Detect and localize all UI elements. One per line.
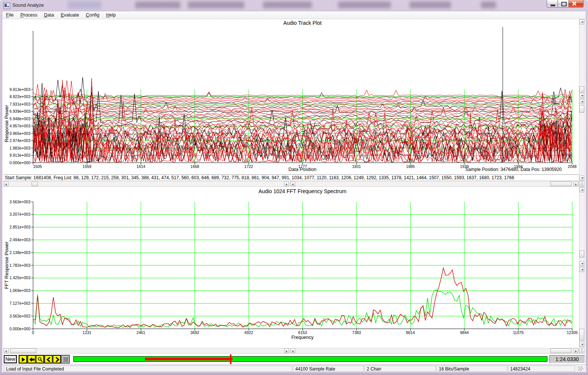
play-button[interactable] bbox=[19, 355, 27, 363]
next-button[interactable] bbox=[53, 355, 61, 363]
svg-text:6.939e+003: 6.939e+003 bbox=[9, 109, 30, 113]
background-bleed bbox=[263, 2, 312, 8]
scroll-right-icon bbox=[286, 350, 287, 352]
scroll-left-icon bbox=[292, 350, 293, 352]
resize-grip-icon[interactable] bbox=[578, 366, 583, 371]
background-bleed bbox=[68, 1, 101, 9]
svg-text:1.782e+003: 1.782e+003 bbox=[9, 263, 30, 268]
app-icon bbox=[3, 3, 10, 9]
menu-item-help[interactable]: Help bbox=[103, 12, 119, 18]
svg-text:4.957e+003: 4.957e+003 bbox=[9, 124, 30, 128]
status-field-1: 44100 Sample Rate bbox=[293, 366, 364, 372]
menu-item-evaluate[interactable]: Evaluate bbox=[58, 12, 82, 18]
scroll-up-icon bbox=[581, 101, 583, 102]
spectrum-vscrollbar-upper[interactable] bbox=[579, 187, 585, 266]
svg-text:9.913e+003: 9.913e+003 bbox=[9, 87, 30, 92]
track-status-text: Start Sample: 1681408, Freq List: 86, 12… bbox=[5, 175, 514, 180]
svg-text:2.138e+003: 2.138e+003 bbox=[9, 250, 30, 255]
svg-text:1668: 1668 bbox=[190, 164, 200, 169]
progress-cursor[interactable] bbox=[230, 354, 231, 364]
svg-text:12305: 12305 bbox=[567, 330, 577, 335]
svg-text:3.563e+002: 3.563e+002 bbox=[9, 314, 30, 318]
scrollbar-corner bbox=[579, 181, 582, 187]
scroll-right-icon bbox=[575, 183, 577, 186]
menu-item-process[interactable]: Process bbox=[17, 12, 40, 18]
background-bleed bbox=[410, 2, 451, 8]
svg-text:11075: 11075 bbox=[513, 330, 524, 335]
svg-text:0.000e+000: 0.000e+000 bbox=[9, 160, 30, 165]
status-field-4: 14823424 bbox=[508, 366, 575, 372]
progress-bar[interactable] bbox=[73, 356, 547, 362]
scroll-up-icon bbox=[581, 21, 583, 23]
spectrum-vscrollbar-lower[interactable] bbox=[579, 267, 585, 347]
title-bar[interactable]: Sound Analyze bbox=[0, 0, 588, 11]
rewind-button[interactable] bbox=[27, 355, 36, 363]
background-bleed bbox=[338, 2, 391, 8]
spectrum-hscrollbar-right[interactable] bbox=[290, 348, 579, 354]
minimize-icon bbox=[550, 5, 555, 6]
track-status-line: Start Sample: 1681408, Freq List: 86, 12… bbox=[3, 174, 579, 181]
zoom-button[interactable] bbox=[36, 355, 44, 363]
track-ylabel: Response Power bbox=[4, 105, 9, 142]
new-button[interactable]: New bbox=[4, 355, 17, 363]
menu-item-file[interactable]: File bbox=[3, 12, 17, 18]
scroll-down-icon bbox=[581, 263, 583, 265]
track-vscrollbar-upper[interactable] bbox=[579, 19, 585, 98]
svg-text:3.563e+003: 3.563e+003 bbox=[9, 200, 30, 204]
menu-bar: FileProcessDataEvaluateConfigHelp bbox=[2, 11, 586, 19]
track-hscrollbar-right[interactable] bbox=[290, 181, 579, 187]
status-field-2: 2 Chan bbox=[364, 366, 436, 372]
progress-selection bbox=[145, 358, 233, 360]
track-hscrollbar-left[interactable] bbox=[3, 181, 289, 187]
svg-text:0.000e+000: 0.000e+000 bbox=[9, 327, 30, 331]
scroll-left-icon bbox=[5, 350, 7, 352]
track-xlabel: Data Position bbox=[289, 167, 316, 172]
spectrum-title: Audio 1024 FFT Frequency Spectrum bbox=[258, 188, 346, 194]
svg-text:2.851e+003: 2.851e+003 bbox=[9, 225, 30, 229]
svg-text:1.983e+003: 1.983e+003 bbox=[9, 146, 30, 150]
svg-text:7383: 7383 bbox=[352, 330, 361, 335]
playback-toolbar: New 1:24.0330 bbox=[2, 354, 584, 364]
scrollbar-corner bbox=[582, 181, 585, 187]
maximize-button[interactable] bbox=[558, 0, 569, 8]
svg-text:1505: 1505 bbox=[33, 164, 42, 169]
spectrum-chart[interactable]: Audio 1024 FFT Frequency SpectrumFFT Res… bbox=[3, 187, 579, 347]
data-grid-button[interactable] bbox=[61, 355, 70, 363]
window-title: Sound Analyze bbox=[12, 3, 44, 8]
svg-text:1722: 1722 bbox=[244, 164, 253, 169]
svg-text:2461: 2461 bbox=[136, 330, 145, 335]
scroll-up-icon bbox=[581, 189, 583, 191]
svg-text:8.922e+003: 8.922e+003 bbox=[9, 94, 30, 99]
svg-text:9.913e+002: 9.913e+002 bbox=[9, 153, 30, 157]
prev-button[interactable] bbox=[44, 355, 53, 363]
time-display: 1:24.0330 bbox=[549, 355, 585, 363]
track-plot-title: Audio Track Plot bbox=[283, 20, 322, 26]
minimize-button[interactable] bbox=[547, 0, 558, 8]
svg-text:7.127e+002: 7.127e+002 bbox=[9, 301, 30, 305]
track-plot-chart[interactable]: Audio Track PlotResponse Power0.000e+000… bbox=[3, 18, 579, 174]
scrollbar-corner bbox=[582, 348, 585, 354]
svg-text:2.974e+003: 2.974e+003 bbox=[9, 138, 30, 143]
scroll-left-icon bbox=[292, 183, 293, 186]
background-bleed bbox=[188, 2, 244, 8]
status-field-3: 16 Bits/Sample bbox=[437, 366, 507, 372]
scroll-up-icon bbox=[581, 269, 583, 270]
track-annotation: Sample Position: 3476480, Data Pos: 1390… bbox=[466, 167, 562, 172]
maximize-icon bbox=[561, 2, 567, 6]
scrollbar-corner bbox=[579, 348, 582, 354]
menu-item-data[interactable]: Data bbox=[41, 12, 57, 18]
svg-text:1831: 1831 bbox=[352, 164, 361, 169]
background-bleed bbox=[135, 2, 180, 8]
close-button[interactable] bbox=[568, 0, 583, 8]
app-window: Sound Analyze FileProcessDataEvaluateCon… bbox=[0, 0, 588, 375]
svg-text:1.069e+003: 1.069e+003 bbox=[9, 288, 30, 293]
menu-item-config[interactable]: Config bbox=[83, 12, 102, 18]
scroll-right-icon bbox=[286, 183, 287, 186]
svg-text:7.931e+003: 7.931e+003 bbox=[9, 102, 30, 106]
svg-text:1614: 1614 bbox=[136, 164, 145, 169]
svg-text:2048: 2048 bbox=[568, 164, 577, 169]
scroll-down-icon bbox=[581, 95, 583, 97]
spectrum-hscrollbar-left[interactable] bbox=[3, 348, 289, 354]
track-vscrollbar-lower[interactable] bbox=[579, 99, 585, 181]
window-bottom-border bbox=[0, 372, 588, 375]
